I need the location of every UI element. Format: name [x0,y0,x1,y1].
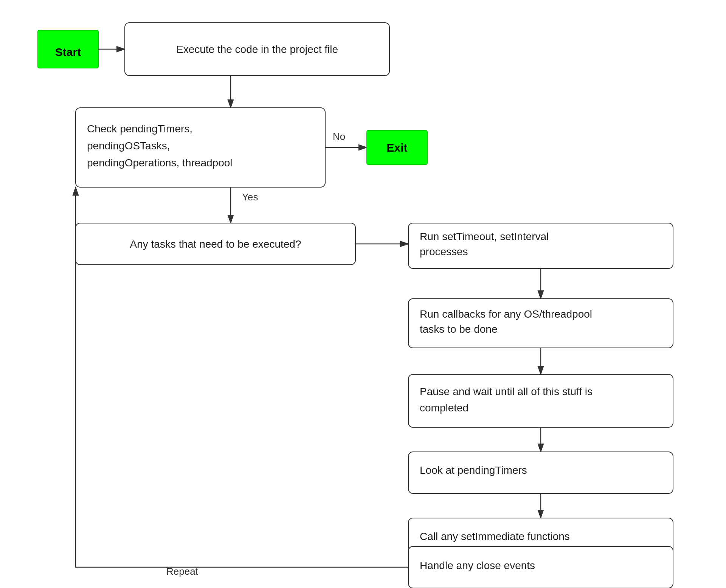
step5-text-line1: Run callbacks for any OS/threadpool [420,308,592,320]
start-label: Start [55,46,81,58]
exit-label: Exit [386,141,407,154]
step5-text-line2: tasks to be done [420,323,497,335]
step6-text-line1: Pause and wait until all of this stuff i… [420,386,593,397]
step8-text: Call any setImmediate functions [420,531,570,542]
step4-text-line1: Run setTimeout, setInterval [420,231,549,242]
step7-text: Look at pendingTimers [420,464,527,476]
step9-text: Handle any close events [420,560,535,571]
step1-text: Execute the code in the project file [176,43,338,55]
step2-text-line1: Check pendingTimers, [87,123,192,135]
no-label: No [333,131,345,142]
step6-text-line2: completed [420,402,468,414]
step6-box [408,374,673,427]
step3-text: Any tasks that need to be executed? [130,238,301,250]
yes-label: Yes [242,191,258,203]
diagram-container: Start Execute the code in the project fi… [0,0,726,588]
step2-text-line3: pendingOperations, threadpool [87,157,233,169]
step4-text-line2: processes [420,246,468,258]
step2-text-line2: pendingOSTasks, [87,140,170,152]
